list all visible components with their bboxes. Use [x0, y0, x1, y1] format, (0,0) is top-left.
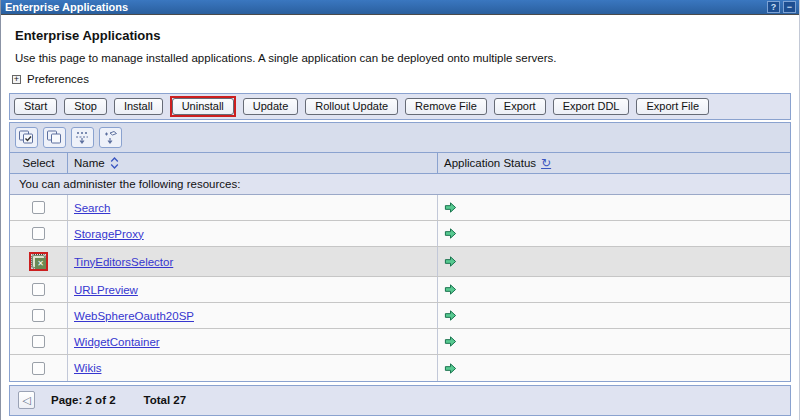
start-button[interactable]: Start — [14, 98, 57, 115]
app-status-started-icon — [444, 227, 457, 240]
app-status-started-icon — [444, 255, 457, 268]
previous-page-icon[interactable]: ◁ — [18, 391, 35, 409]
update-button[interactable]: Update — [243, 98, 298, 115]
minimize-icon[interactable]: − — [783, 1, 796, 13]
table-row: Search — [10, 195, 790, 221]
app-link[interactable]: URLPreview — [74, 284, 138, 296]
total-count: Total 27 — [144, 394, 187, 406]
table-row: URLPreview — [10, 277, 790, 303]
export-ddl-button[interactable]: Export DDL — [553, 98, 630, 115]
app-status-started-icon — [444, 201, 457, 214]
console-frame: Enterprise Applications ? − Enterprise A… — [0, 0, 800, 420]
export-button[interactable]: Export — [494, 98, 546, 115]
app-link[interactable]: StorageProxy — [74, 228, 144, 240]
row-checkbox[interactable] — [32, 283, 45, 296]
page-description: Use this page to manage installed applic… — [15, 52, 791, 64]
table-caption: You can administer the following resourc… — [10, 174, 790, 195]
pagination-bar: ◁ Page: 2 of 2 Total 27 — [9, 385, 791, 416]
status-refresh-icon[interactable]: ↻ — [541, 158, 551, 168]
name-column-header[interactable]: Name — [67, 153, 437, 173]
table-row: WebSphereOauth20SP — [10, 303, 790, 329]
app-link[interactable]: TinyEditorsSelector — [74, 256, 173, 268]
table-header-row: Select Name Application Status ↻ — [10, 153, 790, 174]
titlebar-buttons: ? − — [767, 1, 796, 13]
deselect-all-icon[interactable] — [43, 127, 66, 148]
page-indicator: Page: 2 of 2 — [51, 394, 116, 406]
app-link[interactable]: WidgetContainer — [74, 336, 160, 348]
action-toolbar: Start Stop Install Uninstall Update Roll… — [9, 93, 791, 120]
preferences-label: Preferences — [27, 73, 89, 85]
row-checkbox[interactable] — [32, 227, 45, 240]
page-content: Enterprise Applications Use this page to… — [1, 28, 799, 416]
show-filter-icon[interactable] — [71, 127, 94, 148]
app-link[interactable]: Wikis — [74, 362, 101, 374]
page-title: Enterprise Applications — [15, 28, 791, 43]
row-checkbox[interactable] — [32, 201, 45, 214]
preferences-toggle[interactable]: + Preferences — [12, 73, 791, 85]
table-row: Wikis — [10, 355, 790, 381]
hide-filter-icon[interactable] — [99, 127, 122, 148]
app-link[interactable]: WebSphereOauth20SP — [74, 310, 194, 322]
table-row: WidgetContainer — [10, 329, 790, 355]
row-checkbox-checked[interactable] — [32, 255, 45, 268]
help-icon[interactable]: ? — [767, 1, 780, 13]
window-title: Enterprise Applications — [5, 0, 128, 14]
install-button[interactable]: Install — [114, 98, 163, 115]
app-status-started-icon — [444, 362, 457, 375]
table-row-selected: TinyEditorsSelector — [10, 247, 790, 277]
uninstall-button[interactable]: Uninstall — [172, 98, 234, 115]
app-status-started-icon — [444, 309, 457, 322]
checkbox-highlight-box — [29, 252, 48, 271]
app-link[interactable]: Search — [74, 202, 110, 214]
select-column-header: Select — [10, 153, 67, 173]
expand-plus-icon[interactable]: + — [12, 75, 21, 84]
select-all-icon[interactable] — [15, 127, 38, 148]
row-checkbox[interactable] — [32, 335, 45, 348]
applications-table: Select Name Application Status ↻ You can… — [9, 122, 791, 382]
row-checkbox[interactable] — [32, 362, 45, 375]
table-row: StorageProxy — [10, 221, 790, 247]
rollout-update-button[interactable]: Rollout Update — [305, 98, 398, 115]
stop-button[interactable]: Stop — [64, 98, 107, 115]
sort-toggle-icon[interactable] — [110, 157, 119, 169]
window-titlebar: Enterprise Applications ? − — [1, 0, 799, 15]
app-status-started-icon — [444, 283, 457, 296]
status-column-header: Application Status ↻ — [437, 153, 790, 173]
row-checkbox[interactable] — [32, 309, 45, 322]
remove-file-button[interactable]: Remove File — [405, 98, 487, 115]
table-icon-toolbar — [10, 123, 790, 153]
export-file-button[interactable]: Export File — [636, 98, 709, 115]
uninstall-highlight-box: Uninstall — [170, 96, 236, 117]
app-status-started-icon — [444, 335, 457, 348]
